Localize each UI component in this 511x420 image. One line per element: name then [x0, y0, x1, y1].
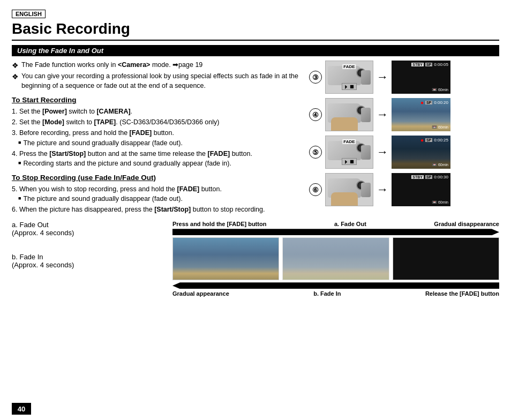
fade-label-3: FADE — [342, 64, 356, 69]
tape-icon-5: 📼 — [432, 162, 437, 167]
bottom-left: a. Fade Out (Approx. 4 seconds) b. Fade … — [12, 221, 172, 297]
fade-img-clear — [172, 237, 279, 280]
bottom-right: Press and hold the [FADE] button a. Fade… — [172, 221, 499, 297]
release-label: Release the [FADE] button — [425, 290, 499, 297]
step-6: 6. When the picture has disappeared, pre… — [12, 205, 304, 214]
step-5: 5. When you wish to stop recording, pres… — [12, 184, 304, 204]
fade-img-fading — [282, 237, 389, 280]
step-2: 2. Set the [Mode] switch to [TAPE]. (SC-… — [12, 117, 304, 127]
screen-3: STBY SP 0:00:05 📼 60min — [392, 61, 450, 94]
hud-bottom-5: 📼 60min — [432, 162, 448, 167]
step-num-5: ⑤ — [309, 146, 322, 159]
stby-badge-6: STBY — [411, 175, 424, 179]
page: ENGLISH Basic Recording Using the Fade I… — [0, 0, 511, 420]
step-4: 4. Press the [Start/Stop] button and at … — [12, 149, 304, 168]
fade-out-label-text: a. Fade Out — [12, 221, 167, 229]
section-header: Using the Fade In and Out — [12, 45, 499, 56]
sp-badge-3: SP — [425, 63, 432, 66]
sp-badge-5: SP — [425, 138, 432, 142]
step-4-sub: Recording starts and the picture and sou… — [18, 159, 304, 168]
step-3: 3. Before recording, press and hold the … — [12, 128, 304, 147]
subheading-stop-recording: To Stop Recording (use Fade In/Fade Out) — [12, 174, 304, 182]
step-1: 1. Set the [Power] switch to [CAMERA]. — [12, 107, 304, 116]
cam-thumb-5: FADE ⏵⏹ — [325, 136, 373, 169]
sp-badge-6: SP — [425, 175, 432, 179]
page-number-area: 40 — [12, 403, 31, 415]
arrow-5: → — [377, 145, 388, 159]
steps-stop: 5. When you wish to stop recording, pres… — [12, 184, 304, 214]
arrow-top-labels: Press and hold the [FADE] button a. Fade… — [172, 221, 499, 227]
tape-time-4: 60min — [438, 125, 448, 129]
gradual-disappear-label: Gradual disappearance — [434, 221, 499, 227]
tape-time-6: 60min — [438, 200, 448, 204]
bullet-1-text: The Fade function works only in <Camera>… — [21, 61, 202, 70]
screen-6: STBY SP 0:00:30 📼 60min — [392, 173, 450, 206]
sp-badge-4: SP — [425, 101, 432, 104]
play-btn-5: ⏵⏹ — [342, 158, 357, 165]
cam-thumb-3: FADE ⏵⏹ — [325, 61, 373, 94]
fade-in-sub-text: (Approx. 4 seconds) — [12, 261, 167, 269]
diagram-row-6: ⑥ → STBY SP 0:00:30 — [309, 173, 499, 206]
arrow-bottom-labels: Gradual appearance b. Fade In Release th… — [172, 290, 499, 297]
time-3: 0:00:05 — [434, 62, 448, 67]
hud-top-6: STBY SP 0:00:30 — [411, 175, 448, 179]
bullet-icon-2: ❖ — [12, 72, 19, 81]
bottom-section: a. Fade Out (Approx. 4 seconds) b. Fade … — [12, 221, 499, 297]
bullet-2: ❖ You can give your recording a professi… — [12, 72, 304, 91]
left-text-area: ❖ The Fade function works only in <Camer… — [12, 61, 309, 215]
stby-badge-3: STBY — [411, 63, 424, 66]
bullet-2-text: You can give your recording a profession… — [21, 72, 304, 91]
hud-top-5: ● SP 0:00:25 — [420, 137, 448, 143]
tape-time-5: 60min — [438, 163, 448, 167]
arrow-3: → — [377, 70, 388, 84]
diagram-row-3: ③ FADE ⏵⏹ → STBY SP — [309, 61, 499, 94]
screen-4: ● SP 0:00:20 📼 60min — [392, 98, 450, 131]
hud-top-4: ● SP 0:00:20 — [420, 100, 448, 106]
hud-bottom-4: 📼 60min — [432, 125, 448, 130]
fade-img-black — [393, 237, 499, 280]
time-5: 0:00:25 — [434, 138, 448, 142]
step-num-6: ⑥ — [309, 183, 322, 196]
gradual-appear-label: Gradual appearance — [172, 290, 229, 297]
steps-start: 1. Set the [Power] switch to [CAMERA]. 2… — [12, 107, 304, 168]
hud-top-3: STBY SP 0:00:05 — [411, 62, 448, 67]
bullet-icon: ❖ — [12, 61, 19, 70]
diagram-row-5: ⑤ FADE ⏵⏹ → ● SP 0:00: — [309, 136, 499, 169]
tape-time-3: 60min — [438, 88, 448, 92]
page-title: Basic Recording — [12, 20, 499, 41]
arrow-left-bar — [172, 282, 499, 289]
rec-dot-5: ● — [420, 137, 424, 143]
language-badge: ENGLISH — [12, 10, 46, 18]
time-4: 0:00:20 — [434, 100, 448, 105]
hud-bottom-3: 📼 60min — [432, 87, 448, 92]
diagram-row-4: ④ → ● SP 0:00:20 — [309, 98, 499, 131]
tape-icon-3: 📼 — [432, 87, 437, 92]
step-5-sub: The picture and sound gradually disappea… — [18, 194, 304, 204]
fade-out-sub-text: (Approx. 4 seconds) — [12, 229, 167, 237]
cam-thumb-6 — [325, 173, 373, 206]
step-num-3: ③ — [309, 71, 322, 84]
page-number: 40 — [12, 403, 31, 415]
fade-out-center-label: a. Fade Out — [334, 221, 366, 227]
cam-thumb-4 — [325, 98, 373, 131]
rec-dot-4: ● — [420, 100, 424, 106]
arrow-right-bar — [172, 229, 499, 235]
step-num-4: ④ — [309, 108, 322, 121]
subheading-start-recording: To Start Recording — [12, 96, 304, 104]
fade-out-desc: a. Fade Out (Approx. 4 seconds) — [12, 221, 167, 237]
fade-in-desc: b. Fade In (Approx. 4 seconds) — [12, 253, 167, 269]
hud-bottom-6: 📼 60min — [432, 200, 448, 205]
fade-in-label-text: b. Fade In — [12, 253, 167, 261]
fade-label-5: FADE — [342, 139, 356, 144]
step-3-sub: The picture and sound gradually disappea… — [18, 138, 304, 148]
fade-images-row — [172, 237, 499, 280]
time-6: 0:00:30 — [434, 175, 448, 179]
play-btn-3: ⏵⏹ — [342, 83, 357, 90]
arrow-6: → — [377, 183, 388, 197]
bullet-1: ❖ The Fade function works only in <Camer… — [12, 61, 304, 70]
arrow-4: → — [377, 108, 388, 122]
right-diagrams: ③ FADE ⏵⏹ → STBY SP — [309, 61, 499, 215]
press-hold-label: Press and hold the [FADE] button — [172, 221, 266, 227]
tape-icon-6: 📼 — [432, 200, 437, 205]
screen-5: ● SP 0:00:25 📼 60min — [392, 136, 450, 169]
